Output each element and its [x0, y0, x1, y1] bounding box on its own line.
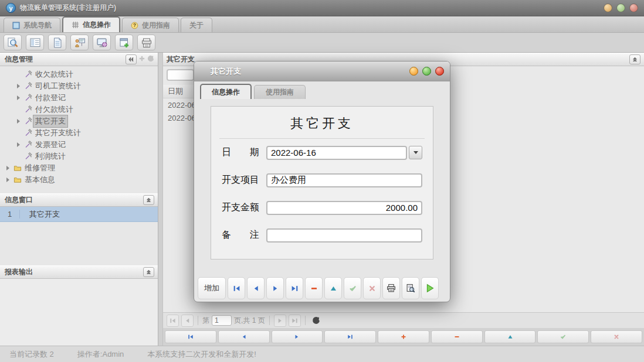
- tree-item[interactable]: 付款登记: [0, 92, 158, 104]
- record-delete-button[interactable]: [431, 330, 483, 343]
- dialog-close-button[interactable]: [435, 67, 444, 76]
- tree-item[interactable]: 司机工资统计: [0, 80, 158, 92]
- tab-user-guide[interactable]: ? 使用指南: [122, 18, 179, 32]
- list-item-label: 其它开支: [20, 209, 60, 220]
- tree-item[interactable]: 利润统计: [0, 151, 158, 162]
- record-add-button[interactable]: [378, 330, 429, 343]
- presenter-button[interactable]: [70, 35, 89, 50]
- dialog-confirm-button[interactable]: [344, 277, 361, 299]
- dialog-tab-bar: 信息操作 使用指南: [194, 81, 450, 99]
- tab-label: 关于: [189, 21, 204, 30]
- record-prev-button[interactable]: [218, 330, 270, 343]
- sidebar-collapse-button[interactable]: [126, 54, 137, 64]
- dialog-next-button[interactable]: [266, 277, 284, 299]
- refresh-icon: [147, 55, 154, 62]
- tree-item[interactable]: 收欠款统计: [0, 69, 158, 80]
- filter-input[interactable]: [167, 69, 194, 81]
- main-panel-title: 其它开支: [167, 54, 195, 64]
- remark-input[interactable]: [266, 228, 422, 243]
- expand-arrow-icon[interactable]: [4, 166, 12, 170]
- page-first-button[interactable]: [167, 315, 179, 327]
- record-cancel-button[interactable]: [591, 330, 642, 343]
- tool-icon: [22, 70, 33, 79]
- main-tab-bar: 系统导航 信息操作 ? 使用指南 关于: [0, 16, 644, 33]
- check-icon: [349, 285, 357, 292]
- dialog-preview-button[interactable]: [402, 277, 419, 299]
- tool-icon: [22, 94, 33, 103]
- window-add-button[interactable]: [115, 35, 133, 50]
- tool-icon: [22, 152, 33, 161]
- printer-export-button[interactable]: [137, 35, 155, 50]
- document-icon: [52, 37, 63, 49]
- tab-info-operation[interactable]: 信息操作: [62, 16, 120, 32]
- report-panel-collapse-button[interactable]: [143, 267, 154, 277]
- first-icon: [233, 285, 240, 292]
- window-panel-collapse-button[interactable]: [143, 195, 154, 205]
- folder-icon: [12, 164, 23, 173]
- document-button[interactable]: [48, 35, 66, 50]
- printer-icon: [141, 37, 152, 49]
- dialog-tab-info-operation[interactable]: 信息操作: [200, 84, 252, 99]
- dialog-titlebar[interactable]: 其它开支: [194, 62, 450, 81]
- dialog-tab-user-guide[interactable]: 使用指南: [254, 85, 306, 99]
- expand-arrow-icon[interactable]: [14, 119, 22, 124]
- search-button[interactable]: [4, 35, 22, 50]
- tool-icon: [22, 117, 33, 126]
- dialog-cancel-button[interactable]: [363, 277, 381, 299]
- page-next-button[interactable]: [274, 315, 286, 327]
- remark-field-row: 备 注: [211, 221, 433, 249]
- record-edit-button[interactable]: [484, 330, 536, 343]
- tab-about[interactable]: 关于: [181, 18, 212, 32]
- dialog-print-button[interactable]: [382, 277, 400, 299]
- tree-item[interactable]: 付欠款统计: [0, 104, 158, 115]
- info-panel-title: 信息管理: [5, 54, 33, 64]
- expand-arrow-icon[interactable]: [14, 84, 22, 88]
- tree-item-selected[interactable]: 其它开支: [0, 115, 158, 127]
- minimize-button[interactable]: [604, 4, 612, 12]
- search-icon: [7, 37, 19, 49]
- dialog-window-controls: [409, 67, 444, 76]
- window-controls: [604, 4, 638, 12]
- dialog-prev-button[interactable]: [247, 277, 265, 299]
- dialog-minimize-button[interactable]: [409, 67, 418, 76]
- dialog-last-button[interactable]: [286, 277, 303, 299]
- tab-system-nav[interactable]: 系统导航: [4, 18, 60, 32]
- expense-item-input[interactable]: [266, 173, 422, 187]
- expense-form: 其它开支 日 期 开支项目 开支金额 备 注: [211, 106, 433, 259]
- dialog-edit-button[interactable]: [324, 277, 342, 299]
- main-panel-collapse-button[interactable]: [629, 54, 640, 64]
- expand-arrow-icon[interactable]: [14, 142, 22, 147]
- record-count-label: 当前记录数 2: [9, 349, 54, 360]
- main-toolbar: [0, 33, 644, 53]
- index-list-button[interactable]: [26, 35, 44, 50]
- date-dropdown-button[interactable]: [409, 146, 422, 159]
- record-last-button[interactable]: [324, 330, 376, 343]
- dialog-delete-button[interactable]: [305, 277, 323, 299]
- maximize-button[interactable]: [616, 4, 625, 12]
- record-next-button[interactable]: [272, 330, 323, 343]
- refresh-button[interactable]: [310, 314, 323, 327]
- record-first-button[interactable]: [165, 330, 216, 343]
- expense-item-label: 开支项目: [222, 174, 266, 186]
- list-item[interactable]: 1 其它开支: [0, 207, 158, 222]
- tree-item[interactable]: 维修管理: [0, 162, 158, 174]
- tab-label: 使用指南: [142, 21, 170, 30]
- page-prev-button[interactable]: [181, 315, 194, 327]
- expand-arrow-icon[interactable]: [4, 177, 12, 182]
- dialog-run-button[interactable]: [421, 277, 439, 299]
- monitor-button[interactable]: [93, 35, 111, 50]
- dialog-maximize-button[interactable]: [422, 67, 431, 76]
- expand-arrow-icon[interactable]: [14, 95, 22, 100]
- tree-item[interactable]: 发票登记: [0, 139, 158, 151]
- next-icon: [294, 334, 300, 340]
- expense-amount-input[interactable]: [266, 201, 422, 215]
- date-input[interactable]: [266, 146, 407, 160]
- add-record-button[interactable]: 增加: [198, 277, 226, 299]
- tree-item[interactable]: 基本信息: [0, 174, 158, 186]
- tree-item[interactable]: 其它开支统计: [0, 127, 158, 139]
- close-button[interactable]: [629, 4, 638, 12]
- dialog-first-button[interactable]: [228, 277, 245, 299]
- page-number-input[interactable]: [212, 315, 232, 326]
- page-last-button[interactable]: [289, 315, 301, 327]
- record-confirm-button[interactable]: [537, 330, 589, 343]
